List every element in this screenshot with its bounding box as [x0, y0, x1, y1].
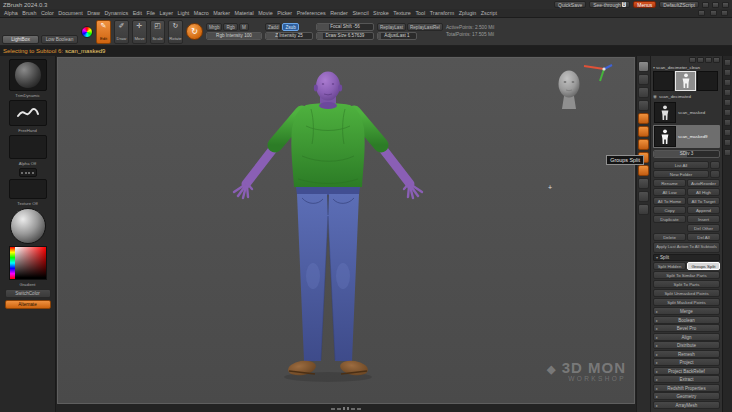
- panel-icon-4[interactable]: [713, 57, 720, 63]
- section-project[interactable]: ▸Project: [653, 358, 720, 366]
- zsub-button[interactable]: Zsub: [282, 23, 298, 31]
- low-boolean-button[interactable]: Low Boolean: [41, 35, 78, 44]
- split-similar-parts-button[interactable]: Split To Similar Parts: [653, 271, 720, 279]
- minimize-icon[interactable]: [702, 2, 709, 8]
- current-stroke-thumbnail[interactable]: [9, 100, 47, 126]
- menus-button[interactable]: Menus: [633, 1, 656, 8]
- rgb-intensity-slider[interactable]: Rgb Intensity 100: [206, 32, 262, 40]
- strip-icon-scroll[interactable]: [638, 74, 649, 85]
- tool-thumb-3[interactable]: [697, 71, 718, 91]
- section-redshift-properties[interactable]: ▸Redshift Properties: [653, 384, 720, 392]
- new-folder-aux-button[interactable]: [710, 170, 720, 178]
- maximize-icon[interactable]: [712, 2, 719, 8]
- see-through-button[interactable]: See-through 0: [589, 1, 630, 8]
- gizmo-rotate-icon[interactable]: ↻: [186, 23, 203, 40]
- lightbox-button[interactable]: LightBox: [2, 35, 39, 44]
- alpha-slot[interactable]: [9, 135, 47, 159]
- current-material-sphere[interactable]: [10, 208, 46, 244]
- subtool-item-masked[interactable]: scan_masked: [653, 101, 720, 124]
- menu-item-color[interactable]: Color: [41, 10, 54, 16]
- menu-item-macro[interactable]: Macro: [194, 10, 209, 16]
- menubar-icon-1[interactable]: [698, 10, 705, 16]
- edge-icon-7[interactable]: [724, 119, 731, 126]
- menu-item-layer[interactable]: Layer: [160, 10, 174, 16]
- menubar-icon-3[interactable]: [721, 10, 728, 16]
- strip-icon-floor[interactable]: [638, 126, 649, 137]
- switch-color-button[interactable]: SwitchColor: [5, 289, 51, 298]
- strip-icon-zoom[interactable]: [638, 87, 649, 98]
- timeline-marks[interactable]: [56, 405, 636, 412]
- panel-icon-1[interactable]: [689, 57, 696, 63]
- menu-item-material[interactable]: Material: [235, 10, 254, 16]
- strip-icon-polyframe[interactable]: [638, 165, 649, 176]
- sculpt-model[interactable]: [218, 64, 438, 386]
- menu-item-picker[interactable]: Picker: [277, 10, 292, 16]
- menu-item-dynamics[interactable]: Dynamics: [104, 10, 128, 16]
- all-high-button[interactable]: All High: [687, 188, 720, 196]
- del-all-button[interactable]: Del All: [687, 233, 720, 241]
- menu-item-preferences[interactable]: Preferences: [297, 10, 326, 16]
- all-low-button[interactable]: All Low: [653, 188, 686, 196]
- rename-button[interactable]: Rename: [653, 179, 686, 187]
- menu-item-zplugin[interactable]: Zplugin: [459, 10, 477, 16]
- menu-item-tool[interactable]: Tool: [415, 10, 425, 16]
- del-other-button[interactable]: Del Other: [687, 224, 720, 232]
- strip-icon-scale[interactable]: [638, 191, 649, 202]
- panel-icon-3[interactable]: [705, 57, 712, 63]
- document-canvas[interactable]: + Groups Split ◆ 3D MON WORKSHOP: [57, 57, 635, 404]
- all-to-home-button[interactable]: All To Home: [653, 197, 686, 205]
- edge-icon-8[interactable]: [724, 129, 731, 136]
- menu-item-zscript[interactable]: Zscript: [481, 10, 497, 16]
- draw-size-slider[interactable]: Draw Size 6.57639: [316, 32, 374, 40]
- edge-icon-2[interactable]: [724, 69, 731, 76]
- menu-item-light[interactable]: Light: [178, 10, 190, 16]
- sdiv-slider[interactable]: SDiv 3: [653, 150, 720, 158]
- subtool-item-masked9-selected[interactable]: scan_masked9: [653, 125, 720, 148]
- strip-icon-actual[interactable]: [638, 100, 649, 111]
- strip-icon-local[interactable]: [638, 139, 649, 150]
- edge-icon-5[interactable]: [724, 99, 731, 106]
- color-wheel-icon[interactable]: [81, 26, 93, 38]
- groups-split-button[interactable]: Groups Split: [687, 262, 720, 270]
- z-intensity-slider[interactable]: Z Intensity 25: [265, 32, 313, 40]
- menu-item-stencil[interactable]: Stencil: [352, 10, 368, 16]
- strip-icon-persp[interactable]: [638, 113, 649, 124]
- texture-slot[interactable]: [9, 179, 47, 199]
- menu-item-movie[interactable]: Movie: [258, 10, 272, 16]
- split-masked-points-button[interactable]: Split Masked Points: [653, 298, 720, 306]
- menu-item-alpha[interactable]: Alpha: [4, 10, 18, 16]
- move-tool-button[interactable]: ✛ Move: [132, 20, 147, 44]
- apply-last-action-button[interactable]: Apply Last Action To All Subtools: [653, 242, 720, 253]
- delete-button[interactable]: Delete: [653, 233, 686, 241]
- replay-last-rel-button[interactable]: ReplayLastRel: [407, 23, 443, 31]
- menubar-icon-2[interactable]: [710, 10, 717, 16]
- m-button[interactable]: M: [239, 23, 249, 31]
- section-arraymesh[interactable]: ▸ArrayMesh: [653, 401, 720, 409]
- menu-item-brush[interactable]: Brush: [22, 10, 36, 16]
- section-remesh[interactable]: ▸Remesh: [653, 350, 720, 358]
- scale-tool-button[interactable]: ◰ Scale: [150, 20, 165, 44]
- split-section-header[interactable]: ▾ Split: [653, 254, 720, 261]
- section-extract[interactable]: ▸Extract: [653, 375, 720, 383]
- menu-item-document[interactable]: Document: [58, 10, 83, 16]
- append-button[interactable]: Append: [687, 206, 720, 214]
- subtool-folder-row[interactable]: ▾ scan_decimeter_clean: [653, 64, 720, 71]
- subtool-item-decimated[interactable]: ◉ scan_decimated: [653, 92, 720, 101]
- default-zscript-button[interactable]: DefaultZScript: [659, 1, 699, 8]
- panel-icon-2[interactable]: [697, 57, 704, 63]
- stroke-type-icon[interactable]: [19, 168, 37, 177]
- insert-button[interactable]: Insert: [687, 215, 720, 223]
- mrgb-button[interactable]: Mrgb: [206, 23, 222, 31]
- section-project-backrelief[interactable]: ▸Project BackRelief: [653, 367, 720, 375]
- color-picker[interactable]: [9, 246, 47, 280]
- duplicate-button[interactable]: Duplicate: [653, 215, 686, 223]
- close-icon[interactable]: [722, 2, 729, 8]
- split-to-parts-button[interactable]: Split To Parts: [653, 280, 720, 288]
- replay-last-button[interactable]: ReplayLast: [377, 23, 406, 31]
- section-align[interactable]: ▸Align: [653, 333, 720, 341]
- edit-tool-button[interactable]: ✎ Edit: [96, 20, 111, 44]
- list-all-aux-button[interactable]: [710, 161, 720, 169]
- autoreorder-button[interactable]: AutoReorder: [687, 179, 720, 187]
- strip-icon-rotate[interactable]: [638, 204, 649, 215]
- axis-gizmo[interactable]: [578, 59, 616, 83]
